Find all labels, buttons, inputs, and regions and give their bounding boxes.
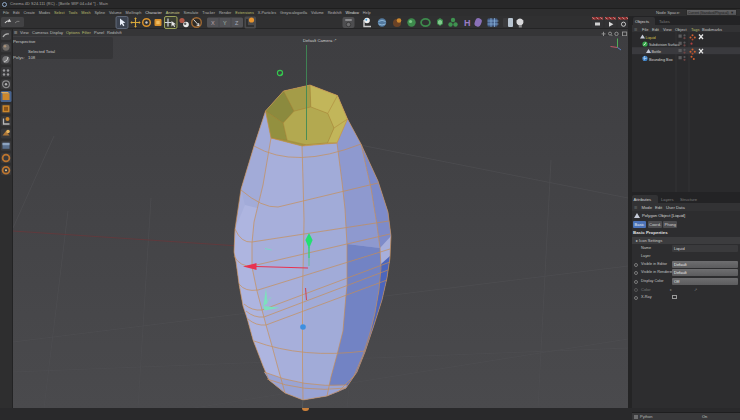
- svg-text:H: H: [464, 18, 471, 28]
- svg-text:Default Camera :*: Default Camera :*: [303, 38, 337, 43]
- svg-text:Bounding Box: Bounding Box: [649, 58, 673, 62]
- svg-text:X: X: [211, 20, 215, 26]
- svg-text:108: 108: [28, 55, 36, 60]
- svg-text:Bottle: Bottle: [652, 50, 662, 54]
- svg-text:Perspective: Perspective: [13, 39, 36, 44]
- svg-text:Subdivision Surface: Subdivision Surface: [649, 43, 680, 47]
- svg-text:Selected Total: Selected Total: [28, 49, 55, 54]
- svg-text:Y: Y: [223, 20, 227, 26]
- svg-text:Liquid: Liquid: [646, 36, 656, 40]
- svg-text:Polys:: Polys:: [13, 55, 25, 60]
